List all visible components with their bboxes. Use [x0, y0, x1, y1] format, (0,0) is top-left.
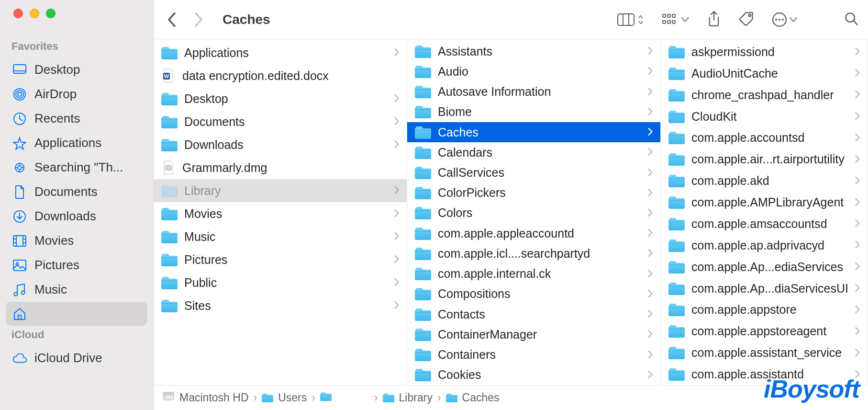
- folder-icon: [668, 303, 685, 316]
- folder-icon: [161, 115, 178, 128]
- sidebar-item-icloud-drive[interactable]: iCloud Drive: [6, 346, 147, 370]
- file-row[interactable]: com.apple.Ap...diaServicesUI: [661, 278, 868, 299]
- file-row[interactable]: Assistants: [407, 41, 660, 61]
- sidebar-item-pictures[interactable]: Pictures: [6, 253, 147, 277]
- file-row[interactable]: Audio: [407, 61, 660, 81]
- sidebar-item-airdrop[interactable]: AirDrop: [6, 82, 147, 106]
- column-2[interactable]: AssistantsAudioAutosave InformationBiome…: [407, 39, 661, 385]
- path-segment[interactable]: Caches: [446, 391, 500, 404]
- file-row[interactable]: Desktop: [154, 87, 407, 110]
- file-row[interactable]: AudioUnitCache: [661, 63, 868, 84]
- svg-rect-9: [13, 236, 26, 246]
- column-3[interactable]: askpermissiondAudioUnitCachechrome_crash…: [661, 39, 868, 385]
- sidebar-item-downloads[interactable]: Downloads: [6, 204, 147, 228]
- file-row[interactable]: Containers: [407, 345, 660, 365]
- column-1[interactable]: ApplicationsWdata encryption.edited.docx…: [154, 39, 407, 385]
- file-row[interactable]: chrome_crashpad_handler: [661, 84, 868, 106]
- sidebar-item-desktop[interactable]: Desktop: [6, 57, 147, 82]
- file-row[interactable]: com.apple.assistantd: [661, 364, 868, 385]
- file-row[interactable]: Caches: [407, 122, 660, 142]
- file-row[interactable]: Sites: [154, 294, 407, 317]
- view-columns-button[interactable]: [617, 13, 644, 26]
- file-row[interactable]: com.apple.appleaccountd: [407, 223, 660, 243]
- file-row[interactable]: Applications: [154, 41, 407, 64]
- share-button[interactable]: [707, 11, 721, 28]
- path-segment[interactable]: Library: [383, 391, 433, 404]
- folder-icon: [161, 184, 178, 197]
- path-bar[interactable]: Macintosh HD›Users› ›Library›Caches: [154, 385, 868, 410]
- file-row[interactable]: com.apple.accountsd: [661, 127, 868, 149]
- group-by-button[interactable]: [662, 13, 689, 26]
- file-row[interactable]: com.apple.appstore: [661, 299, 868, 321]
- file-row[interactable]: Contacts: [407, 304, 660, 324]
- file-row[interactable]: Pictures: [154, 248, 407, 271]
- file-row[interactable]: com.apple.icl....searchpartyd: [407, 243, 660, 263]
- path-segment[interactable]: Users: [262, 391, 307, 404]
- folder-icon: [415, 85, 431, 98]
- back-button[interactable]: [158, 6, 185, 33]
- file-row[interactable]: com.apple.amsaccountsd: [661, 213, 868, 235]
- search-button[interactable]: [844, 11, 858, 28]
- zoom-window-button[interactable]: [46, 9, 56, 18]
- file-row[interactable]: Movies: [154, 202, 407, 225]
- file-row[interactable]: Colors: [407, 203, 660, 223]
- sidebar-item-searching-th-[interactable]: Searching "Th...: [6, 155, 147, 180]
- sidebar-item-recents[interactable]: Recents: [6, 106, 147, 131]
- file-row[interactable]: Public: [154, 271, 407, 294]
- file-row[interactable]: com.apple.internal.ck: [407, 264, 660, 284]
- file-name: com.apple.air...rt.airportutility: [691, 152, 848, 166]
- file-row[interactable]: com.apple.AMPLibraryAgent: [661, 192, 868, 213]
- file-row[interactable]: ColorPickers: [407, 183, 660, 203]
- tags-button[interactable]: [739, 11, 754, 28]
- svg-line-35: [854, 21, 857, 24]
- sidebar-item-home[interactable]: [6, 302, 147, 326]
- chevron-right-icon: [855, 239, 860, 251]
- chevron-right-icon: [648, 106, 653, 118]
- file-row[interactable]: com.apple.air...rt.airportutility: [661, 148, 868, 170]
- file-row[interactable]: Grammarly.dmg: [154, 156, 407, 179]
- sidebar-item-music[interactable]: Music: [6, 277, 147, 302]
- file-row[interactable]: Compositions: [407, 284, 660, 304]
- folder-icon: [415, 186, 431, 199]
- file-row[interactable]: Cookies: [407, 365, 660, 385]
- file-name: Autosave Information: [438, 85, 641, 99]
- path-segment[interactable]: [320, 391, 369, 404]
- file-row[interactable]: com.apple.akd: [661, 170, 868, 192]
- minimize-window-button[interactable]: [30, 9, 39, 18]
- column-view: ApplicationsWdata encryption.edited.docx…: [154, 39, 868, 385]
- file-row[interactable]: com.apple.assistant_service: [661, 342, 868, 364]
- file-row[interactable]: CallServices: [407, 162, 660, 182]
- file-row[interactable]: Calendars: [407, 142, 660, 162]
- sidebar-item-movies[interactable]: Movies: [6, 228, 147, 253]
- main-area: Caches: [154, 0, 868, 410]
- applications-icon: [12, 136, 27, 150]
- file-row[interactable]: Music: [154, 225, 407, 248]
- file-row[interactable]: ContainerManager: [407, 324, 660, 344]
- file-row[interactable]: Downloads: [154, 133, 407, 156]
- sidebar-item-documents[interactable]: Documents: [6, 180, 147, 204]
- file-row[interactable]: Wdata encryption.edited.docx: [154, 64, 407, 87]
- sidebar-item-applications[interactable]: Applications: [6, 131, 147, 155]
- file-row[interactable]: askpermissiond: [661, 41, 868, 63]
- svg-rect-20: [618, 14, 634, 25]
- close-window-button[interactable]: [13, 9, 23, 18]
- folder-icon: [415, 368, 431, 381]
- file-name: com.apple.icl....searchpartyd: [438, 247, 641, 261]
- file-row[interactable]: com.apple.appstoreagent: [661, 320, 868, 342]
- folder-icon: [668, 174, 685, 187]
- forward-button[interactable]: [185, 6, 212, 33]
- file-row[interactable]: com.apple.Ap...ediaServices: [661, 256, 868, 278]
- path-segment[interactable]: Macintosh HD: [162, 391, 248, 405]
- folder-icon: [668, 153, 685, 166]
- file-row[interactable]: com.apple.ap.adprivacyd: [661, 235, 868, 256]
- file-row[interactable]: CloudKit: [661, 106, 868, 127]
- action-button[interactable]: [772, 12, 797, 27]
- file-row[interactable]: Library: [154, 179, 407, 202]
- file-row[interactable]: Documents: [154, 110, 407, 133]
- file-row[interactable]: Biome: [407, 102, 660, 122]
- chevron-right-icon: [855, 153, 860, 166]
- file-name: Contacts: [438, 308, 641, 321]
- file-name: com.apple.AMPLibraryAgent: [691, 195, 848, 209]
- file-name: com.apple.amsaccountsd: [691, 217, 848, 231]
- file-row[interactable]: Autosave Information: [407, 81, 660, 102]
